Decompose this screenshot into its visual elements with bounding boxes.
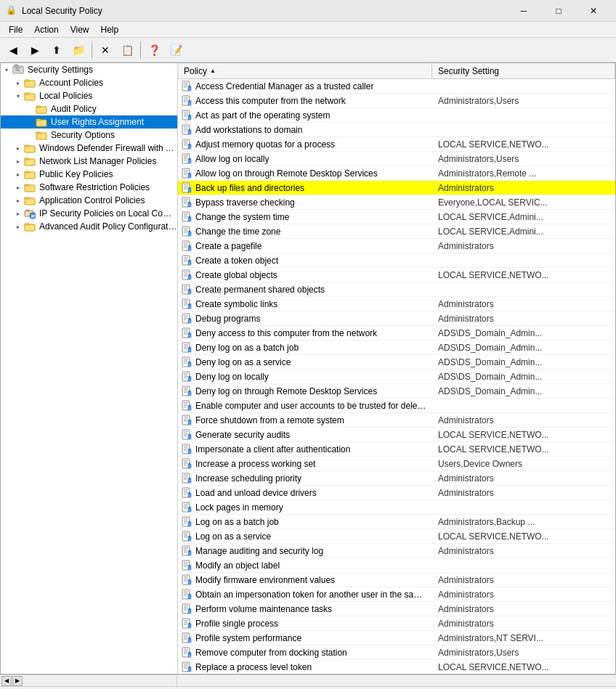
scroll-left-btn[interactable]: ◀	[1, 676, 12, 686]
svg-rect-10	[36, 106, 41, 107]
policy-row[interactable]: Create symbolic linksAdministrators	[178, 297, 615, 311]
policy-row[interactable]: Create global objectsLOCAL SERVICE,NETWO…	[178, 268, 615, 282]
toolbar-properties[interactable]: 📋	[117, 40, 137, 60]
h-scroll-right[interactable]	[177, 674, 616, 686]
policy-icon	[181, 560, 192, 571]
policy-row[interactable]: Increase a process working setUsers,Devi…	[178, 457, 615, 471]
toolbar-back[interactable]: ◀	[3, 40, 23, 60]
policy-row[interactable]: Access this computer from the networkAdm…	[178, 94, 615, 108]
menu-view[interactable]: View	[65, 23, 95, 36]
svg-rect-165	[184, 359, 188, 359]
policy-row[interactable]: Add workstations to domain	[178, 123, 615, 137]
policy-row[interactable]: Manage auditing and security logAdminist…	[178, 544, 615, 558]
svg-rect-313	[184, 665, 187, 666]
policy-row[interactable]: Increase scheduling priorityAdministrato…	[178, 471, 615, 486]
tree-item-network-list[interactable]: ▸Network List Manager Policies	[1, 155, 177, 168]
column-header-policy[interactable]: Policy ▲	[178, 63, 432, 78]
tree-item-software-restriction[interactable]: ▸Software Restriction Policies	[1, 181, 177, 194]
policy-row[interactable]: Log on as a batch jobAdministrators,Back…	[178, 515, 615, 529]
policy-row[interactable]: Create a pagefileAdministrators	[178, 239, 615, 253]
policy-row[interactable]: Modify firmware environment valuesAdmini…	[178, 573, 615, 587]
svg-rect-35	[184, 87, 187, 88]
policy-row[interactable]: Allow log on locallyAdministrators,Users	[178, 152, 615, 166]
policy-row[interactable]: Adjust memory quotas for a processLOCAL …	[178, 137, 615, 152]
policy-name-cell: Create a token object	[178, 255, 432, 266]
tree-item-public-key[interactable]: ▸Public Key Policies	[1, 168, 177, 181]
maximize-button[interactable]: □	[542, 0, 575, 22]
svg-rect-202	[184, 434, 188, 435]
column-header-security[interactable]: Security Setting	[432, 63, 615, 78]
svg-rect-39	[184, 97, 188, 98]
toolbar-view-description[interactable]: 📝	[166, 40, 186, 60]
tree-arrow-security-settings: ▾	[1, 67, 12, 73]
tree-item-account-policies[interactable]: ▸Account Policies	[1, 76, 177, 89]
tree-item-app-control[interactable]: ▸Application Control Policies	[1, 194, 177, 207]
menu-help[interactable]: Help	[95, 23, 125, 36]
policy-row[interactable]: Deny log on through Remote Desktop Servi…	[178, 384, 615, 399]
policy-row[interactable]: Deny log on as a serviceADS\DS_Domain_Ad…	[178, 355, 615, 370]
policy-security-cell: Administrators,NT SERVI...	[432, 633, 615, 643]
tree-item-local-policies[interactable]: ▾Local Policies	[1, 89, 177, 102]
policy-row[interactable]: Impersonate a client after authenticatio…	[178, 442, 615, 457]
svg-rect-22	[25, 184, 29, 186]
policy-row[interactable]: Act as part of the operating system	[178, 108, 615, 123]
tree-label-user-rights: User Rights Assignment	[51, 117, 144, 127]
policy-row[interactable]: Change the time zoneLOCAL SERVICE,Admini…	[178, 224, 615, 239]
h-scroll-left[interactable]: ◀ ▶	[0, 674, 177, 686]
tree-item-audit-policy[interactable]: Audit Policy	[1, 102, 177, 115]
minimize-button[interactable]: ─	[507, 0, 540, 22]
menu-file[interactable]: File	[3, 23, 28, 36]
toolbar-help[interactable]: ❓	[144, 40, 164, 60]
policy-row[interactable]: Log on as a serviceLOCAL SERVICE,NETWO..…	[178, 529, 615, 544]
policy-row[interactable]: Lock pages in memory	[178, 500, 615, 515]
policy-row[interactable]: Enable computer and user accounts to be …	[178, 399, 615, 413]
policy-row[interactable]: Perform volume maintenance tasksAdminist…	[178, 602, 615, 616]
policy-row[interactable]: Debug programsAdministrators	[178, 311, 615, 326]
policy-row[interactable]: Access Credential Manager as a trusted c…	[178, 79, 615, 94]
policy-row[interactable]: Obtain an impersonation token for anothe…	[178, 587, 615, 602]
policy-row[interactable]: Force shutdown from a remote systemAdmin…	[178, 413, 615, 428]
policy-row[interactable]: Load and unload device driversAdministra…	[178, 486, 615, 500]
policy-row[interactable]: Create a token object	[178, 253, 615, 268]
policy-list[interactable]: Access Credential Manager as a trusted c…	[178, 79, 615, 674]
toolbar-up[interactable]: ⬆	[46, 40, 67, 60]
policy-icon	[181, 458, 192, 470]
policy-icon	[181, 574, 192, 586]
svg-rect-243	[184, 520, 187, 521]
policy-row[interactable]: Back up files and directoriesAdministrat…	[178, 181, 615, 195]
policy-row[interactable]: Deny access to this computer from the ne…	[178, 326, 615, 341]
policy-row[interactable]: Create permanent shared objects	[178, 282, 615, 297]
tree-item-advanced-audit[interactable]: ▸Advanced Audit Policy Configuration	[1, 220, 177, 233]
policy-row[interactable]: Replace a process level tokenLOCAL SERVI…	[178, 660, 615, 674]
tree-item-ip-security[interactable]: ▸IPIP Security Policies on Local Compute…	[1, 207, 177, 220]
policy-row[interactable]: Remove computer from docking stationAdmi…	[178, 645, 615, 660]
policy-row[interactable]: Change the system timeLOCAL SERVICE,Admi…	[178, 210, 615, 224]
toolbar-forward[interactable]: ▶	[25, 40, 45, 60]
policy-row[interactable]: Bypass traverse checkingEveryone,LOCAL S…	[178, 195, 615, 210]
policy-row[interactable]: Modify an object label	[178, 558, 615, 573]
policy-icon	[181, 589, 192, 600]
policy-icon	[181, 226, 192, 237]
toolbar-show-hide[interactable]: 📁	[68, 40, 89, 60]
policy-row[interactable]: Deny log on as a batch jobADS\DS_Domain_…	[178, 341, 615, 355]
policy-icon	[181, 356, 192, 368]
policy-icon	[181, 444, 192, 455]
tree-item-security-options[interactable]: Security Options	[1, 129, 177, 142]
policy-row[interactable]: Profile system performanceAdministrators…	[178, 631, 615, 645]
tree-item-user-rights[interactable]: User Rights Assignment	[1, 115, 177, 129]
svg-rect-229	[184, 491, 187, 492]
svg-rect-235	[184, 504, 188, 505]
policy-name-cell: Lock pages in memory	[178, 502, 432, 513]
policy-row[interactable]: Generate security auditsLOCAL SERVICE,NE…	[178, 428, 615, 442]
toolbar-delete[interactable]: ✕	[95, 40, 115, 60]
close-button[interactable]: ✕	[577, 0, 610, 22]
tree-item-security-settings[interactable]: ▾Security Settings	[1, 63, 177, 76]
scroll-right-btn[interactable]: ▶	[12, 676, 23, 686]
svg-rect-69	[184, 158, 188, 159]
tree-item-windows-firewall[interactable]: ▸Windows Defender Firewall with Adva...	[1, 142, 177, 155]
policy-row[interactable]: Allow log on through Remote Desktop Serv…	[178, 166, 615, 181]
policy-row[interactable]: Deny log on locallyADS\DS_Domain_Admin..…	[178, 370, 615, 384]
policy-row[interactable]: Profile single processAdministrators	[178, 616, 615, 631]
svg-rect-280	[184, 595, 187, 596]
menu-action[interactable]: Action	[28, 23, 64, 36]
